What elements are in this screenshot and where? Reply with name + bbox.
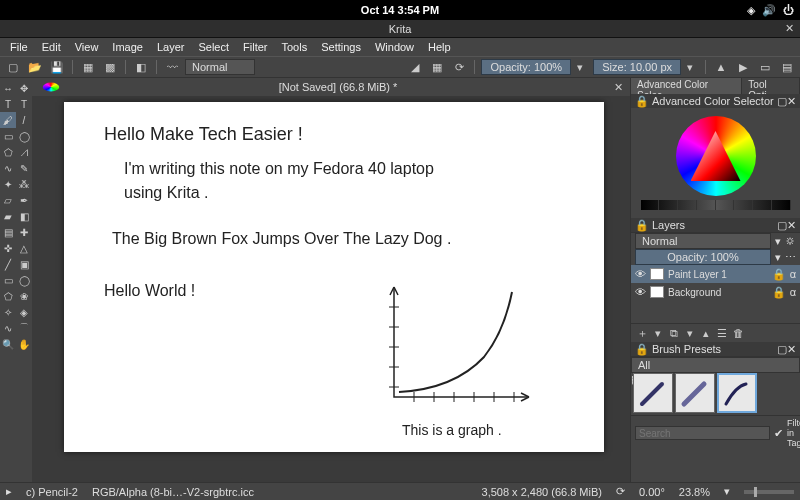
tool-edit-shapes[interactable]: ▱	[0, 192, 16, 208]
tool-reference[interactable]: ▣	[16, 256, 32, 272]
menu-window[interactable]: Window	[369, 39, 420, 55]
tool-assistant[interactable]: △	[16, 240, 32, 256]
wraparound-icon[interactable]: ▭	[756, 59, 774, 75]
tool-polygon[interactable]: ⬠	[0, 144, 16, 160]
visibility-icon[interactable]: 👁	[635, 286, 646, 298]
close-docker-icon[interactable]: ✕	[787, 95, 796, 108]
chevron-down-icon[interactable]: ▾	[571, 59, 589, 75]
shade-selector[interactable]	[641, 200, 791, 210]
tool-smart-patch[interactable]: ✚	[16, 224, 32, 240]
tool-colorsampler[interactable]: ✜	[0, 240, 16, 256]
mirror-h-icon[interactable]: ▲	[712, 59, 730, 75]
brush-search-input[interactable]	[635, 426, 770, 440]
chevron-down-icon[interactable]: ▾	[775, 251, 781, 264]
tab-tool-options[interactable]: Tool Opti…	[742, 78, 800, 94]
tool-crop[interactable]: T	[0, 96, 16, 112]
tool-pattern-edit[interactable]: ▤	[0, 224, 16, 240]
tool-contig-select[interactable]: ✧	[0, 304, 16, 320]
menu-settings[interactable]: Settings	[315, 39, 367, 55]
alpha-lock-icon[interactable]: ▦	[428, 59, 446, 75]
move-up-icon[interactable]: ▴	[699, 326, 713, 340]
properties-icon[interactable]: ☰	[715, 326, 729, 340]
tool-magnetic-select[interactable]: ⌒	[16, 320, 32, 336]
menu-help[interactable]: Help	[422, 39, 457, 55]
float-docker-icon[interactable]: ▢	[777, 219, 787, 232]
workspace-icon[interactable]: ▤	[778, 59, 796, 75]
lock-icon[interactable]: 🔒	[635, 343, 649, 356]
canvas-viewport[interactable]: Hello Make Tech Easier ! I'm writing thi…	[32, 96, 630, 482]
brush-preset-item[interactable]	[633, 373, 673, 413]
advanced-color-selector[interactable]	[631, 108, 800, 218]
lock-icon[interactable]: 🔒	[772, 268, 786, 281]
color-wheel[interactable]	[676, 116, 756, 196]
chevron-down-icon[interactable]: ▾	[775, 235, 781, 248]
tool-text[interactable]: T	[16, 96, 32, 112]
tool-fill[interactable]: ▰	[0, 208, 16, 224]
tool-zoom[interactable]: 🔍	[0, 336, 16, 352]
document-tab-close-icon[interactable]: ✕	[610, 79, 626, 95]
color-triangle[interactable]	[691, 131, 741, 181]
tool-dynamic[interactable]: ✦	[0, 176, 16, 192]
float-docker-icon[interactable]: ▢	[777, 95, 787, 108]
status-expand-icon[interactable]: ▸	[6, 485, 12, 498]
power-icon[interactable]: ⏻	[783, 4, 794, 16]
tool-polyline[interactable]: ⩘	[16, 144, 32, 160]
tool-bezier-select[interactable]: ∿	[0, 320, 16, 336]
status-rotation[interactable]: 0.00°	[639, 486, 665, 498]
alpha-lock-icon[interactable]: α	[790, 268, 796, 280]
filter-layers-icon[interactable]: ⛭	[785, 235, 796, 247]
tool-rect-select[interactable]: ▭	[0, 272, 16, 288]
open-file-icon[interactable]: 📂	[26, 59, 44, 75]
brush-preset-item[interactable]	[717, 373, 757, 413]
tab-advanced-color[interactable]: Advanced Color Selec…	[631, 78, 742, 94]
tool-rect[interactable]: ▭	[0, 128, 16, 144]
layer-blend-select[interactable]: Normal	[635, 233, 771, 249]
chevron-down-icon[interactable]: ▾	[724, 485, 730, 498]
tool-calligraphy[interactable]: ✒	[16, 192, 32, 208]
opacity-slider[interactable]: Opacity: 100% ▾	[481, 59, 589, 75]
mirror-v-icon[interactable]: ▶	[734, 59, 752, 75]
menu-layer[interactable]: Layer	[151, 39, 191, 55]
zoom-slider[interactable]	[744, 490, 794, 494]
eraser-toggle-icon[interactable]: ◢	[406, 59, 424, 75]
volume-icon[interactable]: 🔊	[762, 4, 776, 17]
duplicate-layer-icon[interactable]: ⧉	[667, 326, 681, 340]
lock-icon[interactable]: 🔒	[635, 219, 649, 232]
pattern-bg-icon[interactable]: ▩	[101, 59, 119, 75]
brush-preset-icon[interactable]: 〰	[163, 59, 181, 75]
layer-row[interactable]: 👁 Paint Layer 1 🔒 α	[631, 265, 800, 283]
menu-file[interactable]: File	[4, 39, 34, 55]
menu-edit[interactable]: Edit	[36, 39, 67, 55]
wifi-icon[interactable]: ◈	[747, 4, 755, 17]
more-icon[interactable]: ⋯	[785, 251, 796, 264]
pattern-fg-icon[interactable]: ▦	[79, 59, 97, 75]
chevron-down-icon[interactable]: ▾	[651, 326, 665, 340]
brush-preset-color-icon[interactable]	[43, 83, 60, 92]
canvas[interactable]: Hello Make Tech Easier ! I'm writing thi…	[64, 102, 604, 452]
tool-move[interactable]: ✥	[16, 80, 32, 96]
reload-preset-icon[interactable]: ⟳	[450, 59, 468, 75]
status-color-profile[interactable]: RGB/Alpha (8-bi…-V2-srgbtrc.icc	[92, 486, 254, 498]
tool-bezier[interactable]: ∿	[0, 160, 16, 176]
layer-row[interactable]: 👁 Background 🔒 α	[631, 283, 800, 301]
brush-preset-item[interactable]	[675, 373, 715, 413]
system-tray[interactable]: ◈ 🔊 ⏻	[747, 4, 794, 17]
tool-brush[interactable]: 🖌	[0, 112, 16, 128]
move-down-icon[interactable]: ▾	[683, 326, 697, 340]
tool-freehand-path[interactable]: ✎	[16, 160, 32, 176]
tool-gradient[interactable]: ◧	[16, 208, 32, 224]
tool-poly-select[interactable]: ⬠	[0, 288, 16, 304]
lock-icon[interactable]: 🔒	[772, 286, 786, 299]
menu-select[interactable]: Select	[192, 39, 235, 55]
tool-free-select[interactable]: ❀	[16, 288, 32, 304]
tool-pan[interactable]: ✋	[16, 336, 32, 352]
tool-ellipse[interactable]: ◯	[16, 128, 32, 144]
close-docker-icon[interactable]: ✕	[787, 343, 796, 356]
add-layer-icon[interactable]: ＋	[635, 326, 649, 340]
alpha-lock-icon[interactable]: α	[790, 286, 796, 298]
chevron-down-icon[interactable]: ▾	[681, 59, 699, 75]
delete-layer-icon[interactable]: 🗑	[731, 326, 745, 340]
window-close-button[interactable]: ✕	[782, 22, 796, 36]
menu-view[interactable]: View	[69, 39, 105, 55]
menu-image[interactable]: Image	[106, 39, 149, 55]
